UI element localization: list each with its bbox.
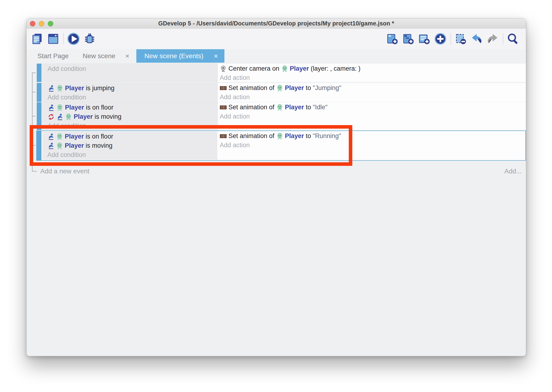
- player-object-icon: [276, 133, 283, 140]
- action-item[interactable]: Center camera on Player (layer: , camera…: [220, 64, 526, 73]
- object-name: Player: [285, 132, 304, 140]
- add-comment-icon: [418, 33, 430, 45]
- close-window-button[interactable]: [30, 21, 35, 26]
- event-handle[interactable]: [37, 131, 41, 160]
- animation-icon: [220, 104, 227, 111]
- close-tab-icon[interactable]: ×: [214, 53, 218, 60]
- conditions-column[interactable]: Player is jumping Add condition: [42, 83, 217, 102]
- animation-icon: [220, 133, 227, 140]
- object-name: Player: [285, 104, 304, 111]
- player-object-icon: [56, 104, 63, 111]
- condition-text: is moving: [84, 142, 113, 149]
- play-button[interactable]: [67, 32, 80, 46]
- scene-editor-button[interactable]: [46, 32, 60, 46]
- conditions-column[interactable]: Player is on floor Player is moving Add …: [42, 132, 217, 160]
- event-tree-line: [32, 73, 33, 171]
- object-name: Player: [74, 113, 93, 120]
- event-row[interactable]: Player is on floor Player is moving Add …: [37, 102, 526, 130]
- add-action-button[interactable]: Add action: [220, 112, 526, 121]
- condition-text: is on floor: [84, 104, 113, 111]
- add-condition-button[interactable]: Add condition: [42, 64, 217, 73]
- condition-item[interactable]: Player is on floor: [42, 103, 217, 112]
- search-icon: [507, 33, 519, 45]
- conditions-column[interactable]: Add condition: [42, 64, 217, 82]
- condition-text: is jumping: [84, 84, 114, 92]
- project-manager-icon: [31, 33, 44, 45]
- undo-icon: [470, 33, 483, 45]
- add-condition-button[interactable]: Add condition: [42, 121, 217, 131]
- add-action-button[interactable]: Add action: [220, 73, 526, 83]
- actions-column[interactable]: Set animation of Player to "Jumping" Add…: [218, 83, 526, 102]
- action-value: "Running": [313, 132, 341, 140]
- close-tab-icon[interactable]: ×: [125, 53, 130, 60]
- animation-icon: [220, 84, 227, 92]
- actions-column[interactable]: Set animation of Player to "Idle" Add ac…: [218, 102, 526, 130]
- tab-new-scene[interactable]: New scene ×: [76, 49, 136, 63]
- player-object-icon: [281, 65, 288, 72]
- delete-event-button[interactable]: [454, 32, 468, 46]
- event-handle[interactable]: [37, 102, 41, 130]
- play-icon: [67, 32, 80, 45]
- condition-item[interactable]: Player is moving: [42, 112, 217, 121]
- add-new-event-button[interactable]: Add a new event: [40, 168, 90, 175]
- action-item[interactable]: Set animation of Player to "Idle": [220, 103, 526, 112]
- conditions-column[interactable]: Player is on floor Player is moving Add …: [42, 102, 217, 130]
- tab-bar: Start Page New scene × New scene (Events…: [27, 49, 526, 63]
- player-object-icon: [276, 104, 283, 111]
- add-comment-button[interactable]: [418, 32, 431, 46]
- add-subevent-button[interactable]: [401, 32, 415, 46]
- action-text: to: [304, 84, 313, 92]
- action-item[interactable]: Set animation of Player to "Jumping": [220, 83, 526, 93]
- event-tree-tick: [32, 92, 35, 92]
- actions-column[interactable]: Center camera on Player (layer: , camera…: [218, 64, 526, 82]
- event-handle[interactable]: [37, 83, 41, 102]
- object-name: Player: [285, 84, 304, 92]
- traffic-lights: [30, 19, 53, 28]
- add-action-button[interactable]: Add action: [220, 141, 525, 150]
- event-handle[interactable]: [37, 64, 41, 82]
- event-tree-tick: [32, 73, 35, 73]
- add-action-button[interactable]: Add action: [220, 93, 526, 102]
- object-name: Player: [65, 104, 84, 111]
- condition-item[interactable]: Player is on floor: [42, 132, 217, 141]
- object-name: Player: [290, 65, 309, 72]
- project-manager-button[interactable]: [30, 32, 44, 46]
- title-bar: GDevelop 5 - /Users/david/Documents/GDev…: [27, 19, 526, 28]
- condition-item[interactable]: Player is jumping: [42, 84, 217, 93]
- add-more-button-footer[interactable]: Add...: [504, 168, 522, 175]
- desktop: GDevelop 5 - /Users/david/Documents/GDev…: [0, 0, 552, 392]
- toolbar: [27, 28, 526, 49]
- platformer-behavior-icon: [47, 142, 54, 149]
- actions-column[interactable]: Set animation of Player to "Running" Add…: [218, 131, 525, 160]
- add-condition-button[interactable]: Add condition: [42, 150, 217, 160]
- debug-button[interactable]: [83, 32, 96, 46]
- player-object-icon: [276, 84, 283, 92]
- redo-button[interactable]: [486, 32, 499, 46]
- debug-icon: [83, 33, 96, 45]
- add-more-button[interactable]: [434, 32, 447, 46]
- zoom-window-button[interactable]: [48, 21, 53, 26]
- add-condition-button[interactable]: Add condition: [42, 93, 217, 102]
- minimize-window-button[interactable]: [39, 21, 44, 26]
- toolbar-right-group: [386, 32, 522, 46]
- add-event-button[interactable]: [386, 32, 399, 46]
- events-footer: Add a new event Add...: [27, 166, 526, 176]
- event-row[interactable]: Player is jumping Add condition Set anim…: [37, 83, 526, 102]
- event-tree-tick: [32, 116, 35, 116]
- platformer-behavior-icon: [47, 133, 54, 140]
- platformer-behavior-icon: [48, 104, 55, 111]
- search-button[interactable]: [506, 32, 520, 46]
- action-item[interactable]: Set animation of Player to "Running": [220, 132, 525, 141]
- event-row[interactable]: Add condition Center camera on Player (l…: [37, 64, 526, 82]
- event-tree-tick: [32, 145, 35, 146]
- toolbar-separator: [63, 33, 64, 44]
- toolbar-separator: [450, 33, 451, 44]
- scene-editor-icon: [47, 33, 60, 45]
- condition-item[interactable]: Player is moving: [42, 141, 217, 150]
- tab-new-scene-events[interactable]: New scene (Events) ×: [136, 49, 224, 63]
- tab-label: New scene (Events): [144, 52, 203, 60]
- undo-button[interactable]: [470, 32, 483, 46]
- player-object-icon: [56, 142, 63, 149]
- event-row-selected[interactable]: Player is on floor Player is moving Add …: [36, 131, 526, 161]
- tab-start-page[interactable]: Start Page: [30, 49, 76, 63]
